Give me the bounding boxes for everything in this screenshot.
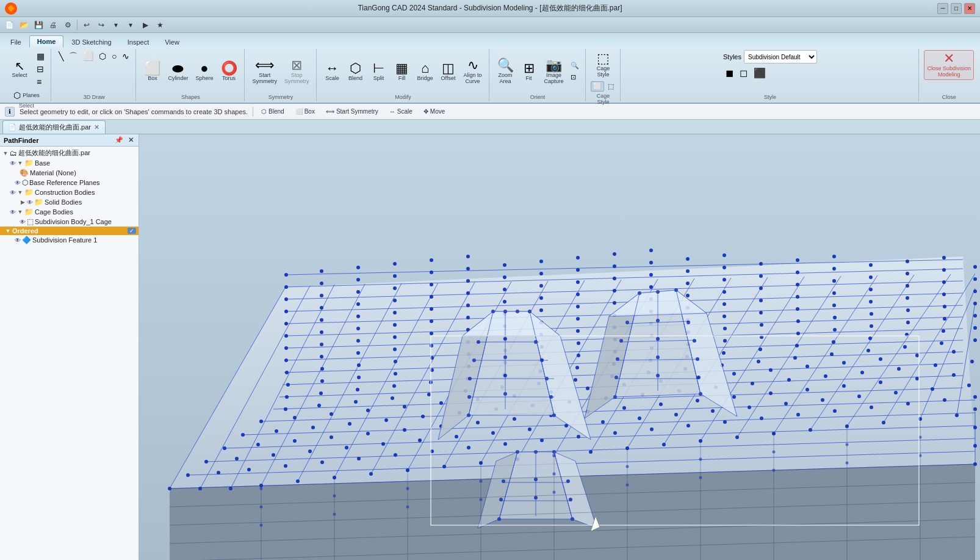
svg-point-500 [553, 491, 556, 494]
redo-button[interactable]: ↪ [95, 18, 108, 32]
minimize-button[interactable]: ─ [937, 3, 948, 14]
circle-button[interactable]: ○ [109, 50, 119, 62]
torus-button[interactable]: ⭕ Torus [218, 60, 240, 84]
zoom-area-button[interactable]: 🔍 Zoom Area [494, 57, 517, 87]
start-symmetry-shortcut-button[interactable]: ⟺ Start Symmetry [323, 107, 381, 116]
subdivbody-eye[interactable]: 👁 [20, 219, 26, 225]
select-filter-button[interactable]: ≡ [34, 76, 47, 88]
offset-button[interactable]: ◫ Offset [438, 60, 459, 84]
stop-symmetry-icon: ⊠ [291, 59, 302, 72]
tree-item-subdivbody[interactable]: 👁 ⬚ Subdivision Body_1 Cage [0, 217, 139, 227]
3d-viewport[interactable] [139, 134, 980, 560]
redo-dropdown[interactable]: ▾ [124, 18, 137, 32]
save-button[interactable]: 💾 [32, 18, 45, 32]
solidbodies-eye[interactable]: 👁 [27, 199, 33, 206]
undo-button[interactable]: ↩ [80, 18, 93, 32]
pathfinder-close[interactable]: ✕ [127, 136, 135, 144]
start-symmetry-button[interactable]: ⟺ Start Symmetry [250, 57, 281, 87]
fill-button[interactable]: ▦ Fill [391, 60, 413, 84]
tab-inspect[interactable]: Inspect [120, 36, 157, 48]
box-button[interactable]: ⬜ Box [141, 60, 164, 84]
close-subdivision-button[interactable]: ✕ Close Subdivision Modeling [924, 50, 974, 80]
close-button[interactable]: ✕ [964, 3, 975, 14]
tab-home[interactable]: Home [29, 35, 64, 48]
curve-button[interactable]: ∿ [120, 50, 132, 62]
split-button[interactable]: ⊢ Split [368, 60, 390, 84]
open-button[interactable]: 📂 [17, 18, 31, 32]
cage-style-button[interactable]: ⬚ Cage Style [593, 50, 614, 80]
stop-symmetry-button[interactable]: ⊠ Stop Symmetry [281, 57, 312, 87]
settings-button[interactable]: ⚙ [61, 18, 74, 32]
cylinder-button[interactable]: ⬬ Cylinder [165, 60, 191, 84]
solidbodies-arrow: ▶ [20, 199, 26, 205]
image-capture-button[interactable]: 📷 Image Capture [541, 57, 567, 87]
extra-button[interactable]: ★ [153, 18, 167, 32]
rect-button[interactable]: ⬜ [81, 50, 96, 62]
fit-button[interactable]: ⊞ Fit [518, 60, 540, 84]
line-button[interactable]: ╲ [56, 50, 66, 62]
scale-shortcut-button[interactable]: ↔ Scale [386, 107, 416, 116]
arc-button[interactable]: ⌒ [67, 50, 80, 64]
shaded-wire-button[interactable]: ⬛ [751, 66, 768, 80]
cage-style-opt1[interactable]: ⬜ [591, 81, 604, 92]
pathfinder-pin[interactable]: 📌 [113, 136, 124, 144]
tab-view[interactable]: View [157, 36, 187, 48]
base-eye[interactable]: 👁 [10, 160, 16, 167]
tree-item-cagebodies[interactable]: 👁 ▼ 📁 Cage Bodies [0, 207, 139, 217]
tree-item-baseplanes[interactable]: 👁 ⬡ Base Reference Planes [0, 178, 139, 187]
scale-button[interactable]: ↔ Scale [322, 60, 344, 84]
print-button[interactable]: 🖨 [46, 18, 60, 32]
svg-point-480 [553, 454, 556, 457]
baseplanes-eye[interactable]: 👁 [15, 180, 21, 186]
svg-point-380 [320, 269, 323, 273]
svg-point-49 [259, 484, 263, 487]
move-shortcut-button[interactable]: ✥ Move [420, 107, 448, 116]
svg-point-256 [870, 312, 873, 316]
new-button[interactable]: 📄 [2, 18, 16, 32]
subdivfeature-eye[interactable]: 👁 [15, 237, 21, 244]
document-tab[interactable]: 📄 超低效能的细化曲面.par ✕ [2, 120, 106, 134]
customize-button[interactable]: ▶ [139, 18, 152, 32]
svg-point-162 [330, 412, 333, 416]
svg-point-221 [320, 379, 324, 383]
orient-extra2[interactable]: ⊡ [568, 72, 582, 82]
maximize-button[interactable]: □ [951, 3, 962, 14]
svg-point-450 [516, 450, 519, 454]
svg-point-376 [576, 256, 580, 260]
undo-dropdown[interactable]: ▾ [109, 18, 123, 32]
tree-item-solidbodies[interactable]: ▶ 👁 📁 Solid Bodies [0, 197, 139, 207]
planes-button[interactable]: ⬡ Planes [10, 89, 43, 101]
tree-item-base[interactable]: 👁 ▼ 📁 Base [0, 158, 139, 168]
svg-point-493 [773, 451, 776, 454]
tab-file[interactable]: File [2, 36, 29, 48]
shaded-button[interactable]: ◼ [723, 66, 736, 80]
styles-dropdown[interactable]: Subdivision Default [744, 50, 817, 64]
tree-item-material[interactable]: 🎨 Material (None) [0, 168, 139, 178]
baseplanes-icon: ⬡ [22, 178, 28, 187]
image-capture-icon: 📷 [546, 59, 562, 72]
bridge-button[interactable]: ⌂ Bridge [414, 60, 436, 84]
cage-style-opt2[interactable]: ⬚ [605, 81, 616, 92]
svg-point-372 [430, 271, 433, 274]
orient-extra1[interactable]: 🔍 [568, 60, 582, 71]
blend-shortcut-button[interactable]: ⬡ Blend [258, 107, 287, 116]
tab-3d-sketching[interactable]: 3D Sketching [63, 36, 119, 48]
tree-item-subdivfeature[interactable]: 👁 🔷 Subdivision Feature 1 [0, 235, 139, 245]
box-shortcut-button[interactable]: ⬜ Box [292, 107, 318, 116]
select-extra-button[interactable]: ⊟ [34, 63, 47, 75]
tree-item-root[interactable]: ▼ 🗂 超低效能的细化曲面.par [0, 148, 139, 158]
select-button[interactable]: ↖ Select [6, 58, 33, 81]
construction-eye[interactable]: 👁 [10, 189, 16, 196]
svg-point-434 [656, 337, 660, 341]
wireframe-button[interactable]: ◻ [737, 66, 750, 80]
doc-close-button[interactable]: ✕ [93, 123, 100, 131]
poly-button[interactable]: ⬡ [96, 50, 109, 62]
sphere-button[interactable]: ● Sphere [192, 60, 216, 84]
blend-button[interactable]: ⬡ Blend [345, 60, 367, 84]
align-to-curve-button[interactable]: ∿ Align to Curve [461, 57, 485, 87]
tree-item-construction[interactable]: 👁 ▼ 📁 Construction Bodies [0, 187, 139, 197]
select-more-button[interactable]: ▦ [34, 50, 47, 62]
cagebodies-eye[interactable]: 👁 [10, 209, 16, 216]
tree-item-ordered[interactable]: ▼ Ordered ✓ [0, 227, 139, 235]
svg-point-198 [940, 341, 943, 345]
